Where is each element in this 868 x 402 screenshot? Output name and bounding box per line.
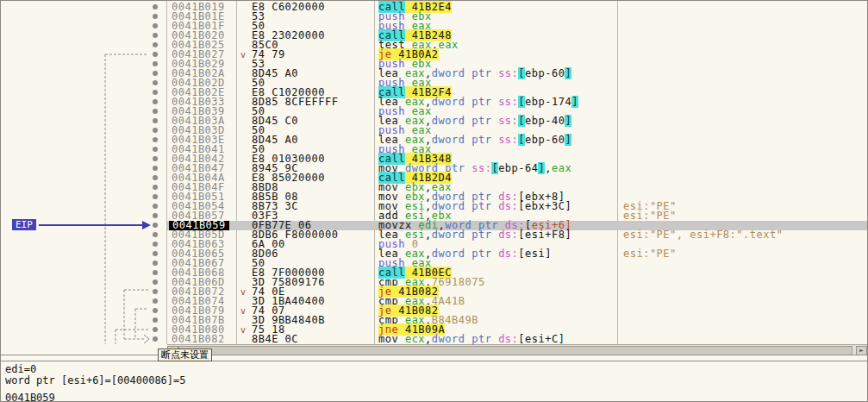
- breakpoint-dot[interactable]: [153, 336, 158, 342]
- breakpoint-dot[interactable]: [153, 242, 158, 247]
- breakpoint-dot[interactable]: [153, 71, 158, 76]
- breakpoint-dot[interactable]: [153, 33, 158, 38]
- instruction-token: [: [518, 115, 525, 127]
- instruction-token: ebp-60: [525, 67, 565, 79]
- instruction-token: [491, 248, 498, 260]
- instruction-token: ss:: [498, 134, 518, 146]
- breakpoint-dot[interactable]: [153, 137, 158, 142]
- instruction-token: ecx: [405, 333, 425, 345]
- jump-direction-marker-icon: v: [240, 287, 247, 297]
- instruction-token: ds:: [498, 333, 518, 345]
- breakpoint-dot[interactable]: [153, 52, 158, 57]
- disassembly-panel[interactable]: EIP 0041B019E8 C6020000call 41B2E40041B0…: [1, 1, 867, 344]
- debugger-window: EIP 0041B019E8 C6020000call 41B2E40041B0…: [0, 0, 868, 402]
- breakpoint-dot[interactable]: [153, 90, 158, 95]
- breakpoint-dot[interactable]: [153, 99, 158, 104]
- bytes-cell: 8D85 8CFEFFFF: [252, 97, 338, 107]
- disasm-row[interactable]: 0041B0828B4E 0Cmov ecx,dword ptr ds:[esi…: [1, 335, 867, 344]
- disasm-row[interactable]: 0041B02A8D45 A0lea eax,dword ptr ss:[ebp…: [1, 69, 867, 79]
- breakpoint-dot[interactable]: [153, 185, 158, 190]
- breakpoint-dot[interactable]: [153, 204, 158, 209]
- breakpoint-dot[interactable]: [153, 251, 158, 256]
- breakpoint-dot[interactable]: [153, 194, 158, 199]
- instruction-token: dword: [432, 67, 465, 79]
- instruction-token: ]: [565, 67, 571, 79]
- instruction-token: 76918075: [432, 276, 485, 288]
- breakpoint-dot[interactable]: [153, 23, 158, 28]
- jump-direction-marker-icon: v: [240, 50, 247, 60]
- status-line-memref: word ptr [esi+6]=[00400086]=5: [5, 375, 186, 386]
- instruction-token: ds:: [498, 200, 518, 212]
- breakpoint-dot[interactable]: [153, 42, 158, 47]
- instruction-token: ds:: [498, 229, 518, 241]
- instruction-token: ebp-174: [525, 96, 571, 108]
- instruction-token: ]: [565, 134, 571, 146]
- instruction-token: [398, 333, 405, 345]
- breakpoint-dot[interactable]: [153, 223, 158, 228]
- breakpoint-dot[interactable]: [153, 317, 158, 323]
- breakpoint-dot[interactable]: [153, 4, 158, 9]
- disasm-row[interactable]: 0041B0338D85 8CFEFFFFlea eax,dword ptr s…: [1, 97, 867, 107]
- address-cell: 0041B082: [172, 335, 225, 344]
- disasm-row[interactable]: 0041B019E8 C6020000call 41B2E4: [1, 3, 867, 12]
- instruction-token: dword: [432, 333, 465, 345]
- instruction-token: ptr: [471, 200, 491, 212]
- comment-cell: esi:"PE", esi+F8:".text": [623, 230, 783, 240]
- breakpoint-dot[interactable]: [153, 213, 158, 218]
- breakpoint-dot[interactable]: [153, 261, 158, 266]
- breakpoint-dot[interactable]: [153, 327, 158, 332]
- comment-cell: esi:"PE": [623, 211, 677, 221]
- instruction-token: [491, 200, 498, 212]
- breakpoint-dot[interactable]: [153, 232, 158, 237]
- instruction-token: [ebx+3C]: [518, 200, 571, 212]
- breakpoint-dot[interactable]: [153, 166, 158, 171]
- instruction-token: [491, 333, 498, 345]
- breakpoint-dot[interactable]: [153, 147, 158, 152]
- breakpoint-dot[interactable]: [153, 156, 158, 161]
- disasm-row[interactable]: 0041B03A8D45 C0lea eax,dword ptr ss:[ebp…: [1, 116, 867, 126]
- breakpoint-dot[interactable]: [153, 175, 158, 180]
- breakpoint-dot[interactable]: [153, 128, 158, 133]
- instruction-token: eax: [439, 39, 459, 51]
- instruction-token: ,: [545, 162, 552, 174]
- disasm-row[interactable]: 0041B027v74 79je 41B0A2: [1, 50, 867, 60]
- instruction-token: [esi+C]: [518, 333, 565, 345]
- instruction-token: ss:: [498, 67, 518, 79]
- instruction-token: ptr: [471, 134, 491, 146]
- instruction-token: ebp-40: [525, 115, 565, 127]
- splitter-line[interactable]: [1, 355, 867, 355]
- instruction-token: eax: [552, 162, 571, 174]
- disasm-row[interactable]: 0041B01E53push ebx: [1, 12, 867, 22]
- breakpoint-dot[interactable]: [153, 270, 158, 275]
- horizontal-scrollbar[interactable]: ◄ ►: [167, 344, 867, 355]
- disasm-row[interactable]: 0041B03E8D45 A0lea eax,dword ptr ss:[ebp…: [1, 135, 867, 145]
- instruction-token: dword: [432, 96, 465, 108]
- instruction-token: [: [491, 162, 498, 174]
- breakpoint-dot[interactable]: [153, 298, 158, 304]
- status-line-edi: edi=0: [5, 364, 36, 374]
- breakpoint-dot[interactable]: [153, 289, 158, 294]
- breakpoint-dot[interactable]: [153, 61, 158, 66]
- info-panel: edi=0 word ptr [esi+6]=[00400086]=5 0041…: [1, 361, 867, 401]
- instruction-token: [491, 67, 498, 79]
- disasm-row[interactable]: 0041B0658D06lea eax,dword ptr ds:[esi]es…: [1, 249, 867, 259]
- instruction-token: ss:: [498, 96, 518, 108]
- breakpoint-dot[interactable]: [153, 280, 158, 285]
- breakpoint-dot[interactable]: [153, 14, 158, 19]
- breakpoint-dot[interactable]: [153, 308, 158, 313]
- breakpoint-dot[interactable]: [153, 80, 158, 85]
- eip-label: EIP: [12, 219, 36, 230]
- splitter-line[interactable]: [1, 361, 867, 361]
- breakpoint-dot[interactable]: [153, 118, 158, 123]
- bytes-cell: 8B4E 0C: [252, 335, 298, 344]
- instruction-token: ptr: [471, 96, 491, 108]
- instruction-token: ]: [571, 96, 578, 108]
- instruction-cell: mov ecx,dword ptr ds:[esi+C]: [378, 335, 565, 344]
- instruction-token: ss:: [471, 162, 491, 174]
- disasm-row[interactable]: 0041B05D8DB6 F8000000lea esi,dword ptr d…: [1, 230, 867, 240]
- instruction-token: dword: [432, 248, 465, 260]
- instruction-token: [: [518, 96, 525, 108]
- breakpoint-dot[interactable]: [153, 109, 158, 114]
- instruction-token: dword: [432, 115, 465, 127]
- breakpoint-tooltip: 断点未设置: [158, 349, 212, 361]
